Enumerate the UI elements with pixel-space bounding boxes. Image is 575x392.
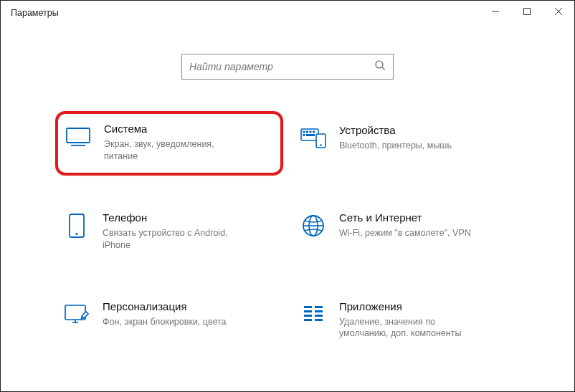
tile-text: Устройства Bluetooth, принтеры, мышь [339, 124, 452, 152]
svg-rect-32 [315, 319, 323, 321]
tile-system[interactable]: Система Экран, звук, уведомления, питани… [55, 111, 283, 176]
tile-desc: Экран, звук, уведомления, питание [104, 138, 247, 163]
svg-line-5 [382, 67, 385, 70]
svg-rect-10 [306, 131, 308, 133]
svg-point-18 [75, 233, 77, 235]
personalization-icon [64, 302, 90, 328]
svg-rect-11 [310, 131, 312, 133]
svg-rect-25 [304, 306, 312, 308]
tile-title: Приложения [339, 300, 483, 312]
svg-rect-12 [313, 131, 315, 133]
settings-home: Система Экран, звук, уведомления, питани… [1, 25, 574, 343]
window-controls [480, 1, 574, 22]
apps-icon [300, 302, 326, 328]
tile-devices[interactable]: Устройства Bluetooth, принтеры, мышь [295, 121, 517, 166]
svg-rect-6 [67, 128, 90, 143]
close-button[interactable] [543, 1, 574, 22]
tile-text: Телефон Связать устройство с Android, iP… [103, 211, 246, 252]
svg-point-4 [376, 61, 383, 68]
svg-rect-28 [304, 319, 312, 321]
search-container [1, 54, 574, 80]
svg-point-16 [320, 144, 322, 146]
svg-rect-29 [315, 306, 323, 308]
minimize-button[interactable] [480, 1, 511, 22]
tile-title: Телефон [103, 211, 246, 224]
tile-phone[interactable]: Телефон Связать устройство с Android, iP… [58, 209, 280, 254]
svg-rect-14 [306, 134, 315, 136]
search-box[interactable] [181, 54, 394, 80]
tile-desc: Фон, экран блокировки, цвета [103, 316, 227, 328]
svg-rect-30 [315, 310, 323, 312]
tile-desc: Связать устройство с Android, iPhone [103, 227, 246, 252]
display-icon [65, 124, 91, 150]
svg-rect-26 [304, 310, 312, 312]
tile-title: Устройства [339, 124, 452, 136]
tile-network[interactable]: Сеть и Интернет Wi-Fi, режим "в самолете… [295, 209, 517, 254]
tile-text: Персонализация Фон, экран блокировки, цв… [103, 300, 227, 328]
tile-personalization[interactable]: Персонализация Фон, экран блокировки, цв… [58, 297, 280, 343]
tile-title: Система [104, 123, 247, 135]
tile-title: Сеть и Интернет [339, 211, 471, 224]
search-input[interactable] [189, 61, 374, 72]
search-icon [374, 59, 386, 74]
devices-icon [300, 125, 326, 151]
phone-icon [64, 213, 90, 239]
svg-rect-27 [304, 315, 312, 317]
tile-title: Персонализация [103, 300, 227, 312]
window-title: Параметры [11, 8, 59, 18]
svg-rect-9 [303, 131, 305, 133]
tile-text: Сеть и Интернет Wi-Fi, режим "в самолете… [339, 211, 471, 239]
tile-text: Приложения Удаление, значения по умолчан… [339, 300, 483, 340]
svg-rect-1 [524, 9, 531, 15]
globe-icon [300, 213, 326, 239]
tile-desc: Удаление, значения по умолчанию, доп. ко… [339, 316, 483, 340]
tile-apps[interactable]: Приложения Удаление, значения по умолчан… [295, 297, 517, 343]
svg-rect-13 [303, 134, 305, 136]
maximize-button[interactable] [511, 1, 543, 22]
category-grid: Система Экран, звук, уведомления, питани… [58, 121, 517, 343]
tile-desc: Wi-Fi, режим "в самолете", VPN [339, 227, 471, 239]
tile-text: Система Экран, звук, уведомления, питани… [104, 123, 247, 163]
svg-rect-31 [315, 315, 323, 317]
tile-desc: Bluetooth, принтеры, мышь [339, 140, 452, 152]
